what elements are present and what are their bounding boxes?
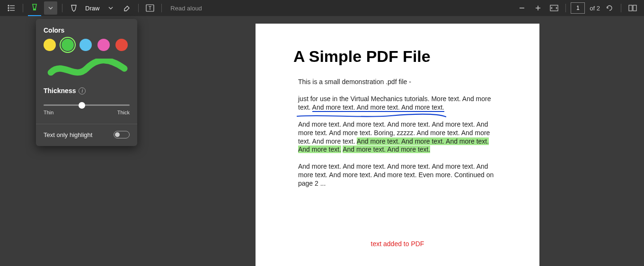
separator [565,4,566,12]
slider-min-label: Thin [44,110,53,115]
separator [621,4,621,12]
info-icon[interactable]: i [79,87,86,94]
draw-label[interactable]: Draw [85,5,99,12]
color-swatch-yellow[interactable] [44,39,56,51]
slider-max-label: Thick [117,110,130,115]
color-swatch-green[interactable] [62,39,74,51]
rotate-icon[interactable] [603,1,616,15]
draw-tool-icon[interactable] [67,1,80,15]
fit-page-icon[interactable] [547,1,561,15]
added-text: text added to PDF [256,240,539,248]
svg-rect-13 [629,5,632,11]
page-total-label: of 2 [590,5,600,12]
erase-icon[interactable] [120,1,133,15]
pdf-page[interactable]: A Simple PDF File This is a small demons… [256,24,539,266]
add-text-icon[interactable]: T [143,1,157,15]
highlighter-dropdown[interactable] [44,1,57,15]
page-view-icon[interactable] [626,1,639,15]
color-swatch-blue[interactable] [79,39,92,51]
stroke-preview [44,59,130,78]
separator [62,4,62,12]
blue-ink-stroke [296,112,448,120]
pdf-title: A Simple PDF File [293,47,539,66]
divider [36,124,137,124]
svg-rect-6 [33,9,36,10]
draw-dropdown[interactable] [104,1,117,15]
zoom-in-icon[interactable] [531,1,545,15]
separator [23,4,23,12]
contents-icon[interactable] [5,1,18,15]
color-row [44,39,130,51]
read-aloud-button[interactable]: Read aloud [170,5,202,12]
separator [161,4,162,12]
p2-underlined: And more text. And more text. And more t… [312,103,444,112]
thickness-slider-wrap: Thin Thick [44,99,130,115]
page-number-input[interactable] [571,2,585,14]
thickness-title-row: Thickness i [44,87,130,94]
p3-highlight-2: And more text. And more text. [343,146,430,153]
svg-point-4 [8,10,9,11]
text-only-toggle-row: Text only highlight [44,131,130,138]
color-swatch-red[interactable] [115,39,128,51]
pdf-paragraph-4: And more text. And more text. And more t… [298,163,500,188]
pdf-paragraph-3: And more text. And more text. And more t… [298,120,500,154]
color-swatch-pink[interactable] [97,39,110,51]
svg-point-2 [8,8,9,9]
svg-text:T: T [149,6,151,11]
toolbar: Draw T Read aloud of 2 [0,0,644,16]
highlighter-popup: Colors Thickness i Thin Thick Text only … [36,19,137,146]
thickness-title: Thickness [44,87,76,94]
pdf-paragraph-2: just for use in the Virtual Mechanics tu… [298,95,500,112]
colors-title: Colors [44,26,130,34]
toggle-knob [115,132,120,137]
text-only-toggle[interactable] [114,131,130,138]
svg-point-0 [8,5,9,6]
zoom-out-icon[interactable] [515,1,529,15]
toolbar-right: of 2 [515,1,639,15]
toggle-label: Text only highlight [44,131,92,138]
thickness-slider[interactable] [44,104,130,106]
separator [138,4,139,12]
highlighter-tool[interactable] [28,0,41,16]
pdf-paragraph-1: This is a small demonstration .pdf file … [298,78,500,86]
svg-rect-14 [633,5,636,11]
